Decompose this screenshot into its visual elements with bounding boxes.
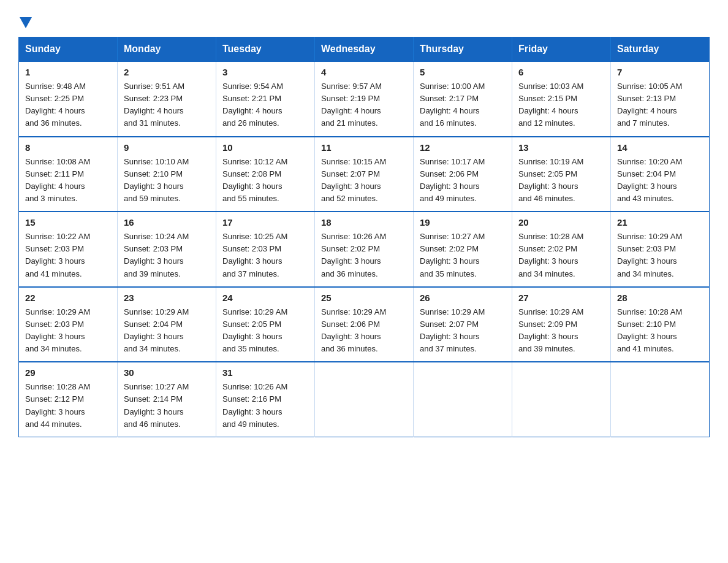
calendar-cell: 11Sunrise: 10:15 AMSunset: 2:07 PMDaylig… <box>315 137 414 212</box>
day-info: Sunrise: 10:10 AMSunset: 2:10 PMDaylight… <box>124 156 210 205</box>
calendar-cell <box>512 362 611 437</box>
calendar-cell: 2Sunrise: 9:51 AMSunset: 2:23 PMDaylight… <box>118 61 216 137</box>
day-info: Sunrise: 9:54 AMSunset: 2:21 PMDaylight:… <box>222 80 308 130</box>
day-info: Sunrise: 10:15 AMSunset: 2:07 PMDaylight… <box>321 156 407 205</box>
day-info: Sunrise: 9:51 AMSunset: 2:23 PMDaylight:… <box>124 80 210 130</box>
calendar-cell: 12Sunrise: 10:17 AMSunset: 2:06 PMDaylig… <box>414 137 512 212</box>
calendar-cell: 20Sunrise: 10:28 AMSunset: 2:02 PMDaylig… <box>512 212 611 287</box>
day-number: 10 <box>222 142 308 153</box>
calendar-cell: 6Sunrise: 10:03 AMSunset: 2:15 PMDayligh… <box>512 61 611 137</box>
day-info: Sunrise: 10:27 AMSunset: 2:14 PMDaylight… <box>124 381 210 431</box>
calendar-cell: 14Sunrise: 10:20 AMSunset: 2:04 PMDaylig… <box>611 137 710 212</box>
day-number: 8 <box>25 142 111 153</box>
calendar-cell: 30Sunrise: 10:27 AMSunset: 2:14 PMDaylig… <box>118 362 216 437</box>
day-number: 23 <box>124 293 210 303</box>
day-number: 25 <box>321 293 407 303</box>
day-number: 27 <box>518 293 604 303</box>
calendar-cell: 18Sunrise: 10:26 AMSunset: 2:02 PMDaylig… <box>315 212 414 287</box>
day-info: Sunrise: 10:08 AMSunset: 2:11 PMDaylight… <box>25 156 111 205</box>
calendar-cell: 4Sunrise: 9:57 AMSunset: 2:19 PMDaylight… <box>315 61 414 137</box>
week-row-4: 22Sunrise: 10:29 AMSunset: 2:03 PMDaylig… <box>19 287 710 362</box>
calendar-cell: 15Sunrise: 10:22 AMSunset: 2:03 PMDaylig… <box>19 212 118 287</box>
day-number: 30 <box>124 367 210 378</box>
calendar-cell: 23Sunrise: 10:29 AMSunset: 2:04 PMDaylig… <box>118 287 216 362</box>
day-number: 11 <box>321 142 407 153</box>
day-info: Sunrise: 9:48 AMSunset: 2:25 PMDaylight:… <box>25 80 111 130</box>
day-info: Sunrise: 10:26 AMSunset: 2:16 PMDaylight… <box>222 381 308 431</box>
day-header-tuesday: Tuesday <box>216 37 315 62</box>
calendar-cell: 8Sunrise: 10:08 AMSunset: 2:11 PMDayligh… <box>19 137 118 212</box>
day-number: 12 <box>420 142 506 153</box>
day-info: Sunrise: 10:29 AMSunset: 2:07 PMDaylight… <box>420 306 506 356</box>
calendar-cell: 16Sunrise: 10:24 AMSunset: 2:03 PMDaylig… <box>118 212 216 287</box>
day-number: 9 <box>124 142 210 153</box>
day-number: 24 <box>222 293 308 303</box>
week-row-1: 1Sunrise: 9:48 AMSunset: 2:25 PMDaylight… <box>19 61 710 137</box>
day-number: 28 <box>617 293 703 303</box>
day-info: Sunrise: 10:26 AMSunset: 2:02 PMDaylight… <box>321 231 407 280</box>
day-number: 2 <box>124 67 210 77</box>
day-number: 17 <box>222 217 308 228</box>
day-info: Sunrise: 10:29 AMSunset: 2:03 PMDaylight… <box>617 231 703 280</box>
day-number: 4 <box>321 67 407 77</box>
day-number: 31 <box>222 367 308 378</box>
day-number: 19 <box>420 217 506 228</box>
day-info: Sunrise: 10:17 AMSunset: 2:06 PMDaylight… <box>420 156 506 205</box>
day-info: Sunrise: 9:57 AMSunset: 2:19 PMDaylight:… <box>321 80 407 130</box>
day-header-saturday: Saturday <box>611 37 710 62</box>
calendar-cell: 28Sunrise: 10:28 AMSunset: 2:10 PMDaylig… <box>611 287 710 362</box>
calendar-cell: 1Sunrise: 9:48 AMSunset: 2:25 PMDaylight… <box>19 61 118 137</box>
day-info: Sunrise: 10:00 AMSunset: 2:17 PMDaylight… <box>420 80 506 130</box>
day-number: 13 <box>518 142 604 153</box>
day-header-thursday: Thursday <box>414 37 512 62</box>
day-info: Sunrise: 10:03 AMSunset: 2:15 PMDaylight… <box>518 80 604 130</box>
calendar-cell: 25Sunrise: 10:29 AMSunset: 2:06 PMDaylig… <box>315 287 414 362</box>
day-number: 14 <box>617 142 703 153</box>
calendar: SundayMondayTuesdayWednesdayThursdayFrid… <box>18 37 710 437</box>
day-info: Sunrise: 10:28 AMSunset: 2:02 PMDaylight… <box>518 231 604 280</box>
day-info: Sunrise: 10:29 AMSunset: 2:04 PMDaylight… <box>124 306 210 356</box>
calendar-cell: 24Sunrise: 10:29 AMSunset: 2:05 PMDaylig… <box>216 287 315 362</box>
day-number: 26 <box>420 293 506 303</box>
calendar-cell: 27Sunrise: 10:29 AMSunset: 2:09 PMDaylig… <box>512 287 611 362</box>
day-number: 29 <box>25 367 111 378</box>
week-row-5: 29Sunrise: 10:28 AMSunset: 2:12 PMDaylig… <box>19 362 710 437</box>
day-info: Sunrise: 10:29 AMSunset: 2:06 PMDaylight… <box>321 306 407 356</box>
day-info: Sunrise: 10:27 AMSunset: 2:02 PMDaylight… <box>420 231 506 280</box>
day-info: Sunrise: 10:22 AMSunset: 2:03 PMDaylight… <box>25 231 111 280</box>
calendar-cell <box>414 362 512 437</box>
day-header-monday: Monday <box>118 37 216 62</box>
calendar-cell: 19Sunrise: 10:27 AMSunset: 2:02 PMDaylig… <box>414 212 512 287</box>
calendar-cell: 21Sunrise: 10:29 AMSunset: 2:03 PMDaylig… <box>611 212 710 287</box>
week-row-2: 8Sunrise: 10:08 AMSunset: 2:11 PMDayligh… <box>19 137 710 212</box>
logo <box>18 15 33 26</box>
day-number: 15 <box>25 217 111 228</box>
day-info: Sunrise: 10:29 AMSunset: 2:05 PMDaylight… <box>222 306 308 356</box>
day-number: 6 <box>518 67 604 77</box>
calendar-cell: 7Sunrise: 10:05 AMSunset: 2:13 PMDayligh… <box>611 61 710 137</box>
day-number: 22 <box>25 293 111 303</box>
calendar-cell: 13Sunrise: 10:19 AMSunset: 2:05 PMDaylig… <box>512 137 611 212</box>
day-number: 20 <box>518 217 604 228</box>
calendar-cell <box>315 362 414 437</box>
logo-text <box>18 15 33 26</box>
day-info: Sunrise: 10:29 AMSunset: 2:03 PMDaylight… <box>25 306 111 356</box>
calendar-cell: 31Sunrise: 10:26 AMSunset: 2:16 PMDaylig… <box>216 362 315 437</box>
day-number: 5 <box>420 67 506 77</box>
day-number: 7 <box>617 67 703 77</box>
day-number: 3 <box>222 67 308 77</box>
day-info: Sunrise: 10:19 AMSunset: 2:05 PMDaylight… <box>518 156 604 205</box>
day-number: 21 <box>617 217 703 228</box>
day-number: 18 <box>321 217 407 228</box>
day-header-sunday: Sunday <box>19 37 118 62</box>
calendar-cell: 29Sunrise: 10:28 AMSunset: 2:12 PMDaylig… <box>19 362 118 437</box>
calendar-body: 1Sunrise: 9:48 AMSunset: 2:25 PMDaylight… <box>19 61 710 437</box>
day-number: 16 <box>124 217 210 228</box>
day-info: Sunrise: 10:12 AMSunset: 2:08 PMDaylight… <box>222 156 308 205</box>
calendar-cell: 22Sunrise: 10:29 AMSunset: 2:03 PMDaylig… <box>19 287 118 362</box>
day-info: Sunrise: 10:28 AMSunset: 2:10 PMDaylight… <box>617 306 703 356</box>
logo-triangle-icon <box>20 17 32 28</box>
day-info: Sunrise: 10:24 AMSunset: 2:03 PMDaylight… <box>124 231 210 280</box>
calendar-cell <box>611 362 710 437</box>
day-header-wednesday: Wednesday <box>315 37 414 62</box>
